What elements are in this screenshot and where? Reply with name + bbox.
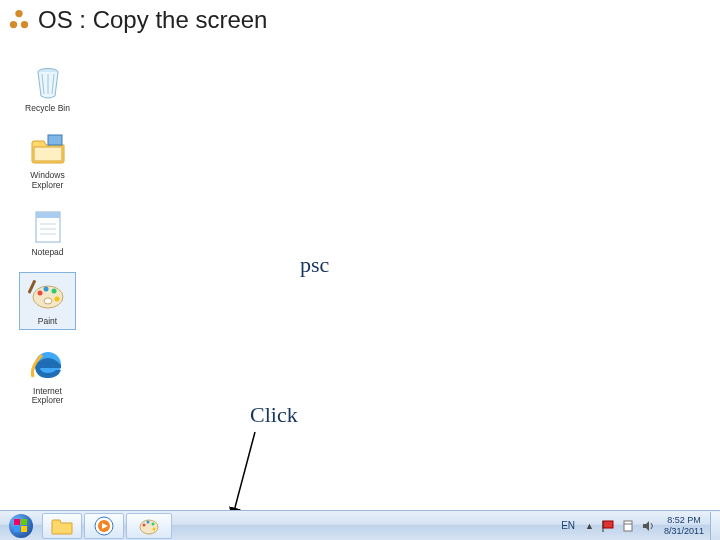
language-indicator[interactable]: EN [555, 520, 581, 531]
taskbar-button-paint[interactable] [126, 513, 172, 539]
windows-logo-icon [9, 514, 33, 538]
slide-title: OS : Copy the screen [38, 6, 267, 34]
desktop-icon-paint[interactable]: Paint [20, 273, 75, 328]
svg-point-1 [10, 21, 17, 28]
icon-label: Notepad [20, 248, 75, 257]
svg-point-13 [43, 287, 48, 292]
folder-icon [28, 129, 68, 169]
icon-label: Windows Explorer [20, 171, 75, 190]
slide-header: OS : Copy the screen [0, 0, 720, 45]
icon-label: Recycle Bin [20, 104, 75, 113]
icon-label: Paint [22, 317, 73, 326]
flag-icon[interactable] [601, 519, 615, 533]
svg-point-16 [44, 298, 52, 304]
svg-rect-5 [48, 135, 62, 145]
desktop-icon-recycle-bin[interactable]: Recycle Bin [20, 62, 75, 113]
svg-point-0 [15, 10, 22, 17]
svg-point-25 [152, 522, 155, 525]
svg-point-15 [54, 297, 59, 302]
date-text: 8/31/2011 [664, 526, 704, 537]
media-player-icon [94, 516, 114, 536]
ie-icon [28, 345, 68, 385]
volume-icon[interactable] [641, 519, 655, 533]
desktop: Recycle Bin Windows Explorer [0, 42, 720, 510]
svg-point-26 [153, 527, 156, 530]
bullet-icon [8, 9, 30, 31]
svg-rect-4 [34, 147, 62, 161]
desktop-icon-internet-explorer[interactable]: Internet Explorer [20, 345, 75, 406]
svg-point-23 [143, 523, 146, 526]
tray-chevron-icon[interactable]: ▲ [581, 521, 598, 531]
taskbar: EN ▲ 8:52 PM 8/31/2011 [0, 510, 720, 540]
svg-rect-27 [603, 521, 613, 528]
start-button[interactable] [2, 512, 40, 540]
taskbar-button-explorer[interactable] [42, 513, 82, 539]
notepad-icon [28, 206, 68, 246]
svg-point-12 [37, 291, 42, 296]
icon-label: Internet Explorer [20, 387, 75, 406]
desktop-icon-windows-explorer[interactable]: Windows Explorer [20, 129, 75, 190]
show-desktop-button[interactable] [710, 512, 720, 540]
paint-icon [28, 275, 68, 315]
svg-rect-29 [624, 521, 632, 531]
annotation-click: Click [250, 402, 298, 428]
clock[interactable]: 8:52 PM 8/31/2011 [658, 515, 710, 537]
desktop-icon-notepad[interactable]: Notepad [20, 206, 75, 257]
folder-icon [51, 517, 73, 535]
taskbar-button-media-player[interactable] [84, 513, 124, 539]
svg-point-14 [51, 289, 56, 294]
system-tray: EN ▲ 8:52 PM 8/31/2011 [555, 511, 720, 540]
action-center-icon[interactable] [621, 519, 635, 533]
desktop-icons: Recycle Bin Windows Explorer [20, 62, 75, 405]
recycle-bin-icon [28, 62, 68, 102]
svg-point-24 [147, 520, 150, 523]
annotation-psc: psc [300, 252, 329, 278]
svg-rect-7 [36, 212, 60, 218]
paint-icon [138, 517, 160, 535]
svg-line-19 [233, 432, 255, 515]
svg-point-2 [21, 21, 28, 28]
time-text: 8:52 PM [664, 515, 704, 526]
